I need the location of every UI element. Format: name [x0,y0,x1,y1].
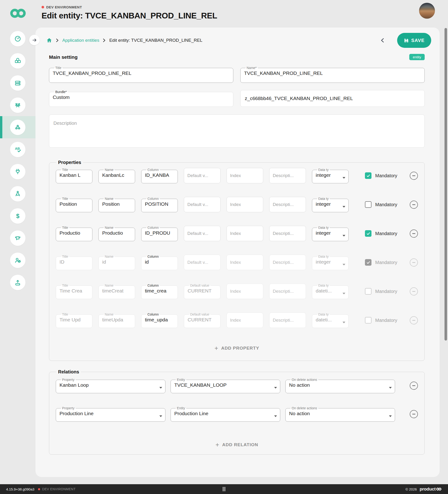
page: DEV ENVIRONMENT Edit entity: TVCE_KANBAN… [0,0,448,494]
property-column-field: Column time_crea [141,284,178,299]
description-field[interactable]: Description [49,114,425,148]
relation-ondelete-select[interactable]: On delete actions No action [285,406,395,422]
mandatory-checkbox [365,317,372,323]
svg-text:$: $ [16,212,19,219]
breadcrumb-link-application-entities[interactable]: Application entities [62,38,99,43]
sidebar-item-team[interactable] [0,94,36,116]
remove-property-button[interactable] [410,172,418,180]
relation-property-select[interactable]: Property Kanban Loop [56,378,165,393]
property-name-field: Name timeCreat [99,284,135,299]
user-gear-icon [14,257,21,264]
minus-icon [412,385,415,386]
property-default-field[interactable]: Default v... [184,197,221,212]
sidebar-item-user-settings[interactable] [0,249,36,271]
remove-relation-button[interactable] [410,382,418,390]
relation-entity-select[interactable]: Entity TVCE_KANBAN_LOOP [171,378,280,393]
property-title-field: Title Time Upd [56,312,92,328]
remove-property-button[interactable] [410,201,418,209]
property-default-field[interactable]: Default v... [184,168,221,183]
chevron-down-icon [159,415,162,417]
bundle-field[interactable]: Bundle* Custom [49,90,233,107]
mandatory-checkbox[interactable] [365,172,372,179]
property-datatype-select[interactable]: Data ty integer [312,226,348,241]
property-column-field[interactable]: Column ID_KANBA [141,168,178,183]
property-name-field[interactable]: Name Position [99,197,135,212]
relation-row: Property Production Line Entity Producti… [56,406,418,422]
minus-icon [412,233,415,234]
packages-icon [14,57,21,64]
property-datatype-select: Data ty dateti... [312,312,348,328]
title-field[interactable]: Title TVCE_KANBAN_PROD_LINE_REL [49,66,233,83]
mandatory-checkbox[interactable] [365,230,372,237]
property-name-field: Name id [99,255,135,270]
property-index-field[interactable]: Index [226,197,263,212]
property-column-field[interactable]: Column ID_PRODU [141,226,178,241]
main-setting-heading: Main setting [49,54,78,60]
plus-icon: + [214,346,218,351]
minus-icon [412,262,415,263]
property-row: Title ID Name id Column id Default v... … [56,255,418,270]
property-index-field[interactable]: Index [226,168,263,183]
remove-relation-button[interactable] [410,410,418,418]
upload-icon [14,279,21,286]
property-column-field[interactable]: Column POSITION [141,197,178,212]
property-title-field[interactable]: Title Kanban L [56,168,92,183]
chevron-down-icon [343,206,345,208]
property-title-field[interactable]: Title Position [56,197,92,212]
property-description-field[interactable]: Descripti... [269,226,306,241]
chevron-down-icon [343,322,345,323]
property-default-field[interactable]: Default v... [184,226,221,241]
relations-section: Relations Property Kanban Loop Entity TV… [49,369,425,455]
property-datatype-select[interactable]: Data ty integer [312,168,348,183]
sidebar-item-entities[interactable] [0,116,36,138]
property-default-field: Default value CURRENT [184,284,221,299]
mandatory-checkbox[interactable] [365,201,372,208]
scrollbar-thumb[interactable] [445,28,447,341]
breadcrumb: Application entities Edit entity: TVCE_K… [36,27,440,46]
sidebar-item-design[interactable] [0,183,36,205]
properties-section: Properties Title Kanban L Name KanbanLc … [49,160,425,361]
app-grid-button[interactable] [222,487,226,492]
sidebar-item-chatbot[interactable] [0,227,36,249]
sidebar-item-servers[interactable] [0,72,36,94]
collapse-panel-button[interactable] [380,38,385,43]
grid-icon [222,487,226,492]
sidebar-item-packages[interactable] [0,50,36,72]
property-title-field[interactable]: Title Productio [56,226,92,241]
property-index-field[interactable]: Index [226,226,263,241]
remove-property-button[interactable] [410,230,418,238]
property-datatype-select[interactable]: Data ty integer [312,197,348,212]
property-description-field[interactable]: Descripti... [269,197,306,212]
property-name-field[interactable]: Name Productio [99,226,135,241]
property-index-field: Index [226,312,263,328]
sidebar-item-translations[interactable]: AB [0,138,36,161]
user-avatar[interactable] [419,3,435,19]
svg-text:AB: AB [15,147,20,150]
sidebar-item-finance[interactable]: $ [0,205,36,227]
name-field[interactable]: Name* TVCE_KANBAN_PROD_LINE_REL [240,66,425,83]
topbar: DEV ENVIRONMENT Edit entity: TVCE_KANBAN… [0,0,448,27]
home-button[interactable] [46,37,52,43]
add-property-button[interactable]: + ADD PROPERTY [56,346,418,361]
dashboard-gauge-icon [14,35,21,42]
property-description-field[interactable]: Descripti... [269,168,306,183]
breadcrumb-current: Edit entity: TVCE_KANBAN_PROD_LINE_REL [109,38,202,43]
sidebar-item-import[interactable] [0,271,36,293]
minus-icon [412,320,415,321]
property-column-field: Column time_upda [141,312,178,328]
save-button[interactable]: SAVE [397,33,431,48]
sidebar-item-integrations[interactable] [0,161,36,183]
property-name-field: Name timeUpda [99,312,135,328]
relation-ondelete-select[interactable]: On delete actions No action [285,378,395,393]
mandatory-checkbox [365,288,372,295]
relation-property-select[interactable]: Property Production Line [56,406,165,422]
relation-entity-select[interactable]: Entity Production Line [171,406,280,422]
check-icon [366,232,370,235]
collapse-sidebar-button[interactable] [29,35,40,45]
add-relation-button[interactable]: + ADD RELATION [56,442,418,454]
property-name-field[interactable]: Name KanbanLc [99,168,135,183]
servers-icon [14,80,21,86]
chevron-down-icon [274,415,277,417]
version-label: 4.15.9+38.g090a3 [6,487,34,491]
property-default-field: Default v... [184,255,221,270]
